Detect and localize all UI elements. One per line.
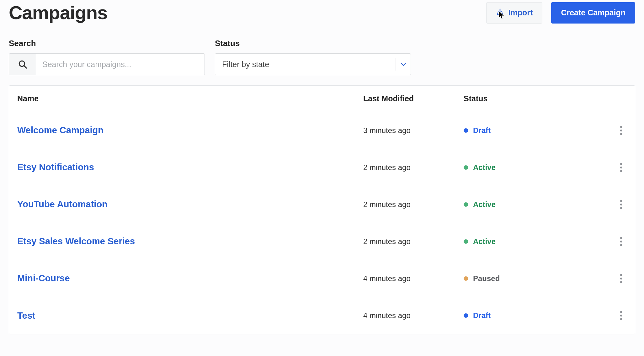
svg-point-17 bbox=[620, 311, 622, 313]
svg-point-13 bbox=[620, 244, 622, 246]
table-row: Welcome Campaign3 minutes agoDraft bbox=[9, 112, 635, 149]
status-badge: Active bbox=[464, 237, 595, 246]
status-filter-select[interactable]: Filter by state bbox=[215, 53, 411, 75]
svg-point-10 bbox=[620, 207, 622, 209]
table-row: Etsy Sales Welcome Series2 minutes agoAc… bbox=[9, 223, 635, 260]
svg-point-15 bbox=[620, 277, 622, 279]
status-badge: Active bbox=[464, 163, 595, 172]
status-dot-icon bbox=[464, 313, 468, 318]
table-row: Etsy Notifications2 minutes agoActive bbox=[9, 149, 635, 186]
search-label: Search bbox=[9, 39, 205, 48]
search-icon bbox=[9, 54, 36, 75]
status-filter-value: Filter by state bbox=[215, 60, 396, 69]
campaign-name-link[interactable]: YouTube Automation bbox=[17, 199, 363, 210]
table-header: Name Last Modified Status bbox=[9, 86, 635, 112]
svg-line-1 bbox=[24, 66, 26, 68]
svg-point-5 bbox=[620, 163, 622, 165]
row-actions-menu[interactable] bbox=[615, 310, 627, 321]
status-text: Draft bbox=[473, 126, 491, 135]
svg-point-6 bbox=[620, 166, 622, 168]
campaign-name-link[interactable]: Mini-Course bbox=[17, 273, 363, 284]
svg-point-7 bbox=[620, 170, 622, 172]
campaign-name-link[interactable]: Welcome Campaign bbox=[17, 125, 363, 135]
row-actions-menu[interactable] bbox=[615, 236, 627, 247]
status-badge: Draft bbox=[464, 311, 595, 320]
status-dot-icon bbox=[464, 128, 468, 133]
chevron-down-icon bbox=[396, 58, 411, 70]
last-modified: 2 minutes ago bbox=[363, 237, 464, 246]
status-text: Active bbox=[473, 163, 496, 172]
status-text: Active bbox=[473, 200, 496, 209]
status-dot-icon bbox=[464, 276, 468, 281]
svg-point-2 bbox=[620, 126, 622, 128]
row-actions-menu[interactable] bbox=[615, 125, 627, 136]
import-label: Import bbox=[508, 8, 533, 17]
table-row: Mini-Course4 minutes agoPaused bbox=[9, 260, 635, 297]
table-row: Test4 minutes agoDraft bbox=[9, 297, 635, 334]
svg-point-9 bbox=[620, 203, 622, 205]
svg-point-19 bbox=[620, 318, 622, 320]
search-wrap bbox=[9, 53, 205, 75]
create-campaign-label: Create Campaign bbox=[561, 8, 625, 17]
last-modified: 4 minutes ago bbox=[363, 311, 464, 320]
campaigns-table: Name Last Modified Status Welcome Campai… bbox=[9, 85, 635, 334]
campaign-name-link[interactable]: Etsy Notifications bbox=[17, 162, 363, 173]
row-actions-menu[interactable] bbox=[615, 199, 627, 210]
last-modified: 4 minutes ago bbox=[363, 274, 464, 283]
col-last-modified: Last Modified bbox=[363, 94, 464, 103]
status-text: Active bbox=[473, 237, 496, 246]
status-dot-icon bbox=[464, 202, 468, 207]
col-status: Status bbox=[464, 94, 595, 103]
campaign-name-link[interactable]: Etsy Sales Welcome Series bbox=[17, 236, 363, 247]
status-badge: Paused bbox=[464, 274, 595, 283]
table-row: YouTube Automation2 minutes agoActive bbox=[9, 186, 635, 223]
header-actions: Import Create Campaign bbox=[486, 2, 635, 24]
status-badge: Active bbox=[464, 200, 595, 209]
campaign-name-link[interactable]: Test bbox=[17, 311, 363, 321]
svg-point-0 bbox=[19, 61, 24, 66]
search-input[interactable] bbox=[36, 54, 205, 75]
status-filter-label: Status bbox=[215, 39, 411, 48]
col-name: Name bbox=[17, 94, 363, 103]
svg-point-4 bbox=[620, 133, 622, 135]
last-modified: 3 minutes ago bbox=[363, 126, 464, 135]
status-dot-icon bbox=[464, 165, 468, 170]
last-modified: 2 minutes ago bbox=[363, 163, 464, 172]
svg-point-18 bbox=[620, 315, 622, 316]
page-title: Campaigns bbox=[9, 2, 107, 24]
svg-point-12 bbox=[620, 240, 622, 242]
status-dot-icon bbox=[464, 239, 468, 244]
row-actions-menu[interactable] bbox=[615, 162, 627, 173]
status-badge: Draft bbox=[464, 126, 595, 135]
status-text: Draft bbox=[473, 311, 491, 320]
row-actions-menu[interactable] bbox=[615, 273, 627, 284]
svg-point-16 bbox=[620, 281, 622, 283]
svg-point-3 bbox=[620, 129, 622, 131]
last-modified: 2 minutes ago bbox=[363, 200, 464, 209]
import-icon bbox=[496, 8, 504, 18]
import-button[interactable]: Import bbox=[486, 2, 543, 24]
create-campaign-button[interactable]: Create Campaign bbox=[551, 2, 635, 24]
svg-point-11 bbox=[620, 237, 622, 239]
svg-point-14 bbox=[620, 274, 622, 276]
status-text: Paused bbox=[473, 274, 500, 283]
svg-point-8 bbox=[620, 200, 622, 202]
